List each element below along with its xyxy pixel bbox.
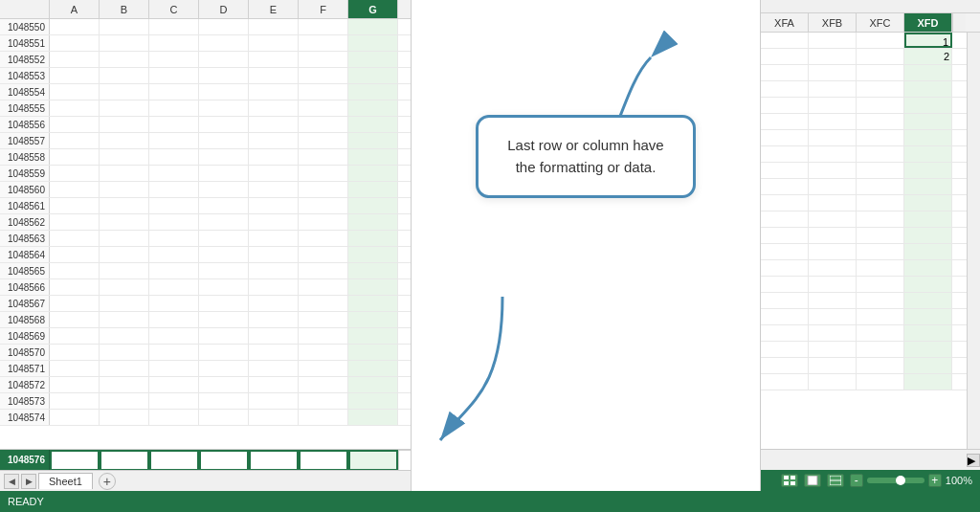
table-row: 1048564 [0, 247, 411, 263]
table-row: 1048558 [0, 149, 411, 166]
right-cell-xfd-2[interactable]: 2 [904, 49, 952, 64]
table-row: 1048562 [0, 214, 411, 231]
right-grid: 1 2 [761, 33, 967, 449]
table-row: 1048554 [0, 84, 411, 100]
right-cell-xfa-2[interactable] [761, 49, 809, 64]
table-row: 1048565 [0, 263, 411, 279]
table-row: 1048552 [0, 52, 411, 68]
last-row-cell-f[interactable] [299, 450, 348, 471]
col-header-a[interactable]: A [50, 0, 100, 18]
last-row-bar: 1048576 [0, 449, 411, 470]
table-row [761, 114, 967, 130]
last-row-cell-e[interactable] [249, 450, 299, 471]
zoom-value: 100% [946, 475, 972, 486]
scroll-right-btn[interactable]: ▶ [967, 454, 980, 467]
last-row-cell-g[interactable] [348, 450, 398, 471]
right-cell-xfb-1[interactable] [809, 33, 857, 48]
table-row [761, 228, 967, 244]
right-cell-xfa-1[interactable] [761, 33, 809, 48]
right-scroll-y[interactable] [952, 13, 966, 32]
svg-rect-2 [784, 476, 789, 479]
page-view-icon[interactable] [804, 474, 821, 487]
table-row: 1048572 [0, 377, 411, 393]
table-row: 2 [761, 49, 967, 65]
table-row: 1048574 [0, 410, 411, 426]
sheet-nav-left[interactable]: ◀ [4, 474, 19, 489]
table-row [761, 130, 967, 146]
callout-text: Last row or column have the formatting o… [507, 137, 663, 175]
grid-view-icon[interactable] [781, 474, 798, 487]
col-header-b[interactable]: B [100, 0, 149, 18]
zoom-slider-thumb[interactable] [896, 476, 905, 485]
zoom-control: - + 100% [850, 474, 972, 487]
left-grid-rows: 1048550 1048551 1048552 1048553 1048554 … [0, 19, 411, 426]
table-row: 1 [761, 33, 967, 49]
last-row-cell-b[interactable] [100, 450, 149, 471]
last-row-cells [50, 450, 412, 471]
table-row: 1048550 [0, 19, 411, 35]
table-row: 1048551 [0, 35, 411, 52]
table-row: 1048569 [0, 328, 411, 345]
zoom-out-button[interactable]: - [850, 474, 863, 487]
add-sheet-button[interactable]: + [99, 473, 116, 490]
table-row [761, 146, 967, 163]
table-row [761, 277, 967, 293]
table-row [761, 358, 967, 374]
last-row-cell-a[interactable] [50, 450, 100, 471]
table-row [761, 195, 967, 211]
status-bar: READY [0, 491, 980, 512]
svg-rect-4 [784, 481, 789, 485]
svg-rect-3 [791, 476, 795, 479]
table-row [761, 81, 967, 98]
table-row [761, 374, 967, 390]
table-row: 1048570 [0, 345, 411, 361]
svg-rect-6 [808, 476, 817, 485]
sheet-nav-right[interactable]: ▶ [21, 474, 36, 489]
table-row [761, 293, 967, 309]
col-header-xfd[interactable]: XFD [904, 13, 952, 32]
right-cell-xfb-2[interactable] [809, 49, 857, 64]
table-row: 1048553 [0, 68, 411, 84]
sheet-tab-bar: ◀ ▶ Sheet1 + [0, 470, 411, 491]
right-spreadsheet: XFA XFB XFC XFD 1 2 [760, 0, 980, 491]
col-header-e[interactable]: E [249, 0, 299, 18]
table-row: 1048560 [0, 182, 411, 198]
annotation-arrows [412, 0, 760, 491]
page-break-icon[interactable] [827, 474, 844, 487]
table-row: 1048566 [0, 279, 411, 296]
table-row [761, 98, 967, 114]
annotation-area: Last row or column have the formatting o… [412, 0, 760, 491]
zoom-slider[interactable] [867, 478, 924, 483]
top-scroll-area[interactable] [761, 0, 980, 13]
right-scrollbar[interactable] [967, 33, 980, 449]
col-header-h[interactable]: H [398, 0, 412, 18]
col-header-xfb[interactable]: XFB [809, 13, 857, 32]
zoom-in-button[interactable]: + [928, 474, 942, 487]
svg-rect-5 [791, 481, 795, 485]
table-row [761, 211, 967, 228]
table-row: 1048573 [0, 393, 411, 410]
col-header-c[interactable]: C [149, 0, 199, 18]
table-row: 1048571 [0, 361, 411, 377]
table-row: 1048561 [0, 198, 411, 214]
left-spreadsheet: A B C D E F G H 1048550 1048551 1048552 … [0, 0, 412, 491]
last-row-cell-c[interactable] [149, 450, 199, 471]
last-row-cell-d[interactable] [199, 450, 249, 471]
left-col-headers: A B C D E F G H [0, 0, 411, 19]
col-header-xfc[interactable]: XFC [857, 13, 904, 32]
right-cell-xfd-1[interactable]: 1 [904, 33, 952, 48]
table-row [761, 309, 967, 325]
col-header-g[interactable]: G [348, 0, 398, 18]
callout-box: Last row or column have the formatting o… [476, 115, 696, 198]
right-col-headers: XFA XFB XFC XFD [761, 13, 980, 33]
col-header-xfa[interactable]: XFA [761, 13, 809, 32]
col-header-f[interactable]: F [299, 0, 348, 18]
table-row: 1048559 [0, 166, 411, 182]
table-row [761, 260, 967, 277]
right-bottom-scroll[interactable]: ▶ [761, 449, 980, 470]
right-cell-xfc-2[interactable] [857, 49, 904, 64]
last-row-cell-h[interactable] [398, 450, 412, 471]
col-header-d[interactable]: D [199, 0, 249, 18]
right-cell-xfc-1[interactable] [857, 33, 904, 48]
sheet-tab-sheet1[interactable]: Sheet1 [38, 473, 93, 489]
